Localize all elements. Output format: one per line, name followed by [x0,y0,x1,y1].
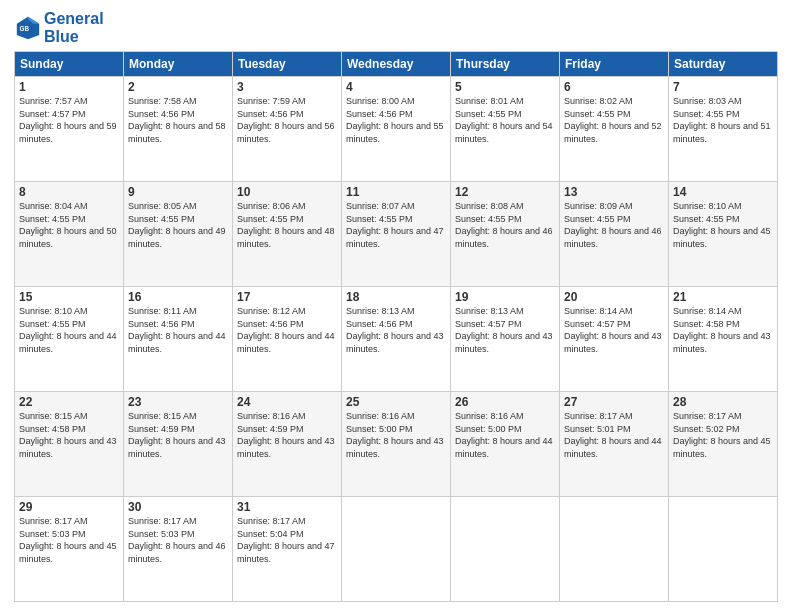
day-info: Sunrise: 8:15 AMSunset: 4:58 PMDaylight:… [19,410,119,460]
calendar-cell: 31 Sunrise: 8:17 AMSunset: 5:04 PMDaylig… [233,497,342,602]
day-info: Sunrise: 7:57 AMSunset: 4:57 PMDaylight:… [19,95,119,145]
day-info: Sunrise: 8:08 AMSunset: 4:55 PMDaylight:… [455,200,555,250]
logo-icon: GB [14,14,42,42]
day-number: 10 [237,185,337,199]
calendar-cell [451,497,560,602]
day-number: 25 [346,395,446,409]
calendar-cell: 12 Sunrise: 8:08 AMSunset: 4:55 PMDaylig… [451,182,560,287]
page: GB General Blue SundayMondayTuesdayWedne… [0,0,792,612]
calendar-cell: 5 Sunrise: 8:01 AMSunset: 4:55 PMDayligh… [451,77,560,182]
calendar-header-row: SundayMondayTuesdayWednesdayThursdayFrid… [15,52,778,77]
day-info: Sunrise: 8:10 AMSunset: 4:55 PMDaylight:… [673,200,773,250]
calendar-cell: 14 Sunrise: 8:10 AMSunset: 4:55 PMDaylig… [669,182,778,287]
day-info: Sunrise: 8:14 AMSunset: 4:57 PMDaylight:… [564,305,664,355]
day-info: Sunrise: 8:10 AMSunset: 4:55 PMDaylight:… [19,305,119,355]
day-number: 3 [237,80,337,94]
day-info: Sunrise: 7:58 AMSunset: 4:56 PMDaylight:… [128,95,228,145]
calendar-cell: 3 Sunrise: 7:59 AMSunset: 4:56 PMDayligh… [233,77,342,182]
day-number: 2 [128,80,228,94]
day-info: Sunrise: 8:02 AMSunset: 4:55 PMDaylight:… [564,95,664,145]
col-header-thursday: Thursday [451,52,560,77]
calendar-cell: 22 Sunrise: 8:15 AMSunset: 4:58 PMDaylig… [15,392,124,497]
col-header-tuesday: Tuesday [233,52,342,77]
calendar-week-1: 1 Sunrise: 7:57 AMSunset: 4:57 PMDayligh… [15,77,778,182]
day-info: Sunrise: 8:04 AMSunset: 4:55 PMDaylight:… [19,200,119,250]
day-number: 13 [564,185,664,199]
calendar-table: SundayMondayTuesdayWednesdayThursdayFrid… [14,51,778,602]
col-header-monday: Monday [124,52,233,77]
calendar-cell: 18 Sunrise: 8:13 AMSunset: 4:56 PMDaylig… [342,287,451,392]
day-number: 8 [19,185,119,199]
day-info: Sunrise: 8:12 AMSunset: 4:56 PMDaylight:… [237,305,337,355]
day-number: 6 [564,80,664,94]
calendar-cell: 2 Sunrise: 7:58 AMSunset: 4:56 PMDayligh… [124,77,233,182]
calendar-cell [669,497,778,602]
calendar-cell: 25 Sunrise: 8:16 AMSunset: 5:00 PMDaylig… [342,392,451,497]
day-number: 11 [346,185,446,199]
svg-text:GB: GB [20,24,30,31]
day-info: Sunrise: 8:07 AMSunset: 4:55 PMDaylight:… [346,200,446,250]
calendar-cell: 26 Sunrise: 8:16 AMSunset: 5:00 PMDaylig… [451,392,560,497]
day-info: Sunrise: 8:15 AMSunset: 4:59 PMDaylight:… [128,410,228,460]
col-header-sunday: Sunday [15,52,124,77]
day-number: 20 [564,290,664,304]
day-info: Sunrise: 8:11 AMSunset: 4:56 PMDaylight:… [128,305,228,355]
calendar-cell: 20 Sunrise: 8:14 AMSunset: 4:57 PMDaylig… [560,287,669,392]
calendar-cell: 9 Sunrise: 8:05 AMSunset: 4:55 PMDayligh… [124,182,233,287]
calendar-cell: 1 Sunrise: 7:57 AMSunset: 4:57 PMDayligh… [15,77,124,182]
calendar-cell: 16 Sunrise: 8:11 AMSunset: 4:56 PMDaylig… [124,287,233,392]
calendar-cell: 15 Sunrise: 8:10 AMSunset: 4:55 PMDaylig… [15,287,124,392]
day-number: 12 [455,185,555,199]
calendar-week-2: 8 Sunrise: 8:04 AMSunset: 4:55 PMDayligh… [15,182,778,287]
logo: GB General Blue [14,10,104,45]
day-info: Sunrise: 8:17 AMSunset: 5:02 PMDaylight:… [673,410,773,460]
day-number: 5 [455,80,555,94]
day-info: Sunrise: 8:01 AMSunset: 4:55 PMDaylight:… [455,95,555,145]
calendar-cell: 29 Sunrise: 8:17 AMSunset: 5:03 PMDaylig… [15,497,124,602]
calendar-cell [342,497,451,602]
day-number: 15 [19,290,119,304]
calendar-cell: 19 Sunrise: 8:13 AMSunset: 4:57 PMDaylig… [451,287,560,392]
calendar-cell: 13 Sunrise: 8:09 AMSunset: 4:55 PMDaylig… [560,182,669,287]
day-info: Sunrise: 8:05 AMSunset: 4:55 PMDaylight:… [128,200,228,250]
calendar-cell: 27 Sunrise: 8:17 AMSunset: 5:01 PMDaylig… [560,392,669,497]
day-number: 22 [19,395,119,409]
day-number: 31 [237,500,337,514]
calendar-week-5: 29 Sunrise: 8:17 AMSunset: 5:03 PMDaylig… [15,497,778,602]
day-info: Sunrise: 8:16 AMSunset: 4:59 PMDaylight:… [237,410,337,460]
day-number: 26 [455,395,555,409]
day-info: Sunrise: 8:14 AMSunset: 4:58 PMDaylight:… [673,305,773,355]
day-number: 30 [128,500,228,514]
calendar-week-3: 15 Sunrise: 8:10 AMSunset: 4:55 PMDaylig… [15,287,778,392]
day-number: 18 [346,290,446,304]
day-number: 21 [673,290,773,304]
calendar-cell: 23 Sunrise: 8:15 AMSunset: 4:59 PMDaylig… [124,392,233,497]
day-info: Sunrise: 8:00 AMSunset: 4:56 PMDaylight:… [346,95,446,145]
calendar-cell: 4 Sunrise: 8:00 AMSunset: 4:56 PMDayligh… [342,77,451,182]
header: GB General Blue [14,10,778,45]
col-header-saturday: Saturday [669,52,778,77]
day-info: Sunrise: 8:16 AMSunset: 5:00 PMDaylight:… [346,410,446,460]
calendar-cell [560,497,669,602]
day-info: Sunrise: 8:13 AMSunset: 4:57 PMDaylight:… [455,305,555,355]
calendar-cell: 7 Sunrise: 8:03 AMSunset: 4:55 PMDayligh… [669,77,778,182]
day-number: 9 [128,185,228,199]
day-number: 27 [564,395,664,409]
calendar-cell: 11 Sunrise: 8:07 AMSunset: 4:55 PMDaylig… [342,182,451,287]
day-number: 4 [346,80,446,94]
col-header-friday: Friday [560,52,669,77]
day-info: Sunrise: 8:17 AMSunset: 5:04 PMDaylight:… [237,515,337,565]
day-info: Sunrise: 8:17 AMSunset: 5:03 PMDaylight:… [128,515,228,565]
day-info: Sunrise: 8:16 AMSunset: 5:00 PMDaylight:… [455,410,555,460]
day-info: Sunrise: 7:59 AMSunset: 4:56 PMDaylight:… [237,95,337,145]
calendar-cell: 10 Sunrise: 8:06 AMSunset: 4:55 PMDaylig… [233,182,342,287]
calendar-week-4: 22 Sunrise: 8:15 AMSunset: 4:58 PMDaylig… [15,392,778,497]
day-number: 16 [128,290,228,304]
day-number: 29 [19,500,119,514]
day-number: 17 [237,290,337,304]
day-info: Sunrise: 8:09 AMSunset: 4:55 PMDaylight:… [564,200,664,250]
day-number: 7 [673,80,773,94]
day-number: 28 [673,395,773,409]
day-info: Sunrise: 8:13 AMSunset: 4:56 PMDaylight:… [346,305,446,355]
calendar-cell: 17 Sunrise: 8:12 AMSunset: 4:56 PMDaylig… [233,287,342,392]
